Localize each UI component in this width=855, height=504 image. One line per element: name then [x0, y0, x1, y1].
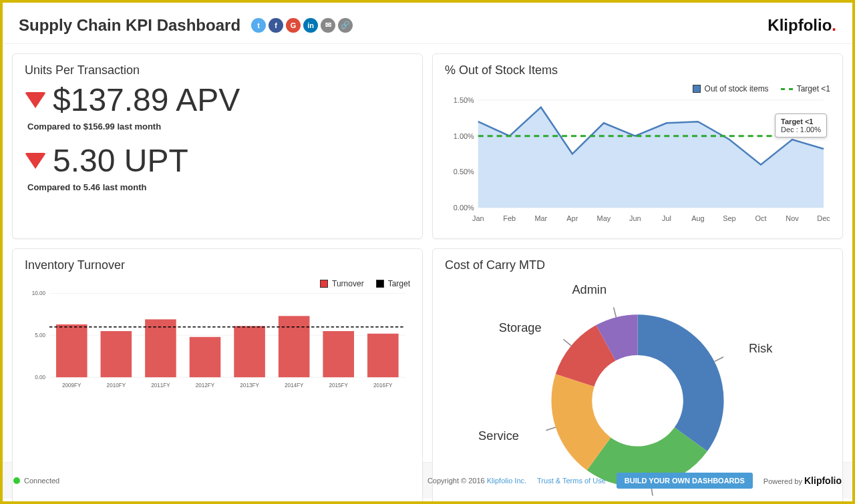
svg-rect-33 — [323, 331, 354, 377]
svg-text:2014FY: 2014FY — [285, 383, 304, 389]
svg-text:Oct: Oct — [755, 214, 766, 222]
svg-text:Risk: Risk — [749, 342, 773, 355]
stock-tooltip: Target <1 Dec : 1.00% — [775, 113, 827, 138]
svg-text:Dec: Dec — [817, 214, 830, 222]
svg-rect-28 — [101, 331, 132, 377]
dashboard-grid: Units Per Transaction $137.89 APV Compar… — [3, 44, 852, 462]
svg-text:2012FY: 2012FY — [196, 383, 215, 389]
svg-text:Jul: Jul — [662, 214, 671, 222]
units-title: Units Per Transaction — [25, 63, 410, 77]
svg-text:1.50%: 1.50% — [454, 96, 474, 104]
svg-text:Mar: Mar — [534, 214, 547, 222]
trend-down-icon — [25, 92, 46, 108]
build-button[interactable]: BUILD YOUR OWN DASHBOARDS — [617, 473, 753, 489]
brand-text: Klipfolio — [767, 16, 832, 34]
svg-rect-30 — [190, 337, 221, 377]
header: Supply Chain KPI Dashboard t f G in ✉ 🔗 … — [3, 3, 852, 44]
svg-text:0.00%: 0.00% — [454, 204, 474, 212]
svg-line-50 — [563, 339, 571, 346]
svg-text:0.00: 0.00 — [35, 374, 45, 381]
svg-text:Admin: Admin — [572, 283, 607, 296]
svg-text:Service: Service — [478, 429, 519, 443]
company-link[interactable]: Klipfolio Inc. — [487, 477, 526, 485]
google-plus-icon[interactable]: G — [286, 18, 301, 33]
turnover-svg: 0.005.0010.00 2009FY2010FY2011FY2012FY20… — [25, 288, 410, 392]
svg-text:Jan: Jan — [472, 214, 484, 222]
stock-title: % Out of Stock Items — [445, 63, 830, 77]
svg-text:0.50%: 0.50% — [454, 168, 474, 176]
carry-svg: RiskFreightServiceStorageAdmin — [445, 279, 830, 504]
svg-text:2015FY: 2015FY — [329, 383, 349, 389]
trust-link[interactable]: Trust & Terms of Use — [537, 477, 606, 485]
stock-chart: Target <1 Dec : 1.00% 0.00%0.50%1.00%1.5… — [445, 93, 830, 229]
carry-title: Cost of Carry MTD — [445, 258, 830, 272]
connected-icon — [13, 477, 20, 484]
svg-text:Nov: Nov — [786, 214, 799, 222]
svg-text:2016FY: 2016FY — [373, 383, 393, 389]
upt-sub: Compared to 5.46 last month — [27, 182, 410, 192]
carry-chart: RiskFreightServiceStorageAdmin — [445, 279, 830, 504]
svg-line-52 — [614, 307, 617, 317]
turnover-chart: 0.005.0010.00 2009FY2010FY2011FY2012FY20… — [25, 288, 410, 504]
share-icons: t f G in ✉ 🔗 — [251, 18, 353, 33]
card-carry: Cost of Carry MTD RiskFreightServiceStor… — [432, 248, 843, 504]
svg-rect-32 — [279, 316, 310, 377]
card-stock: % Out of Stock Items Out of stock items … — [432, 53, 843, 239]
svg-text:Sep: Sep — [723, 214, 735, 222]
svg-text:5.00: 5.00 — [35, 332, 45, 338]
linkedin-icon[interactable]: in — [303, 18, 318, 33]
email-icon[interactable]: ✉ — [321, 18, 335, 33]
svg-text:Aug: Aug — [691, 214, 704, 222]
twitter-icon[interactable]: t — [251, 18, 266, 33]
powered-by: Powered by Klipfolio — [763, 475, 842, 486]
svg-rect-34 — [367, 334, 399, 377]
legend-turnover-bar: Turnover — [320, 279, 364, 288]
brand-logo[interactable]: Klipfolio. — [767, 16, 836, 35]
legend-turnover-target: Target — [376, 279, 410, 288]
card-units: Units Per Transaction $137.89 APV Compar… — [12, 53, 423, 239]
svg-text:May: May — [597, 214, 611, 222]
apv-sub: Compared to $156.99 last month — [27, 121, 410, 132]
legend-stock-target: Target <1 — [781, 84, 830, 93]
page-title: Supply Chain KPI Dashboard — [19, 16, 240, 35]
svg-text:Apr: Apr — [566, 214, 578, 222]
legend-stock-line: Out of stock items — [693, 84, 769, 93]
turnover-title: Inventory Turnover — [25, 258, 410, 272]
svg-text:2009FY: 2009FY — [62, 383, 81, 389]
svg-rect-27 — [56, 324, 88, 377]
svg-rect-29 — [145, 319, 176, 377]
copyright: Copyright © 2016 Klipfolio Inc. — [428, 477, 526, 485]
svg-text:1.00%: 1.00% — [454, 132, 474, 140]
trend-down-icon — [25, 153, 46, 169]
apv-value: $137.89 APV — [53, 84, 240, 116]
link-icon[interactable]: 🔗 — [338, 18, 353, 33]
svg-line-48 — [546, 427, 555, 431]
svg-text:2013FY: 2013FY — [240, 383, 259, 389]
svg-text:2011FY: 2011FY — [151, 383, 170, 389]
svg-text:Storage: Storage — [499, 321, 542, 334]
stock-svg: 0.00%0.50%1.00%1.50% JanFebMarAprMayJunJ… — [445, 93, 830, 226]
svg-text:Feb: Feb — [503, 214, 516, 222]
facebook-icon[interactable]: f — [269, 18, 283, 33]
svg-text:2010FY: 2010FY — [107, 383, 126, 389]
upt-value: 5.30 UPT — [53, 145, 188, 177]
svg-rect-31 — [234, 326, 265, 377]
svg-line-44 — [714, 357, 723, 362]
card-turnover: Inventory Turnover Turnover Target 0.005… — [12, 248, 423, 504]
svg-text:Jun: Jun — [629, 214, 641, 222]
svg-text:10.00: 10.00 — [32, 290, 46, 296]
